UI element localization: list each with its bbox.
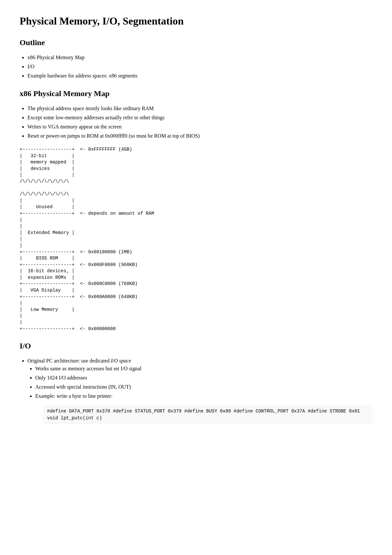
memory-bullet-3: Writes to VGA memory appear on the scree… xyxy=(27,123,372,131)
io-bullet-1: Original PC architecture: use dedicated … xyxy=(27,357,372,424)
memory-bullet-4: Reset or power-on jumps to ROM at 0x000f… xyxy=(27,132,372,140)
memory-bullet-2: Except some low-memory addresses actuall… xyxy=(27,114,372,122)
io-sub-bullet-4: Example: write a byte to line printer: xyxy=(35,392,372,400)
io-heading: I/O xyxy=(20,340,372,352)
memory-map-bullets: The physical address space mostly looks … xyxy=(27,105,372,140)
io-sub-bullet-2: Only 1024 I/O addresses xyxy=(35,374,372,382)
page-title: Physical Memory, I/O, Segmentation xyxy=(20,13,372,29)
outline-heading: Outline xyxy=(20,37,372,48)
io-bullets: Original PC architecture: use dedicated … xyxy=(27,357,372,424)
io-sub-bullet-3: Accessed with special instructions (IN, … xyxy=(35,383,372,391)
memory-bullet-1: The physical address space mostly looks … xyxy=(27,105,372,112)
io-code-block: #define DATA_PORT 0x378 #define STATUS_P… xyxy=(43,405,372,424)
io-bullet-text-before: Original PC architecture: use dedicated xyxy=(27,358,111,363)
memory-diagram: +------------------+ <- 0xFFFFFFFF (4GB)… xyxy=(20,146,372,332)
outline-section: Outline x86 Physical Memory Map I/O Exam… xyxy=(20,37,372,80)
io-sub-bullet-1: Works same as memory accesses but set I/… xyxy=(35,365,372,373)
outline-item-1: x86 Physical Memory Map xyxy=(27,54,372,61)
io-sub-bullets: Works same as memory accesses but set I/… xyxy=(35,365,372,400)
outline-list: x86 Physical Memory Map I/O Example hard… xyxy=(27,54,372,80)
memory-map-section: x86 Physical Memory Map The physical add… xyxy=(20,88,372,332)
outline-item-3: Example hardware for address spaces: x86… xyxy=(27,72,372,80)
io-bullet-italic: I/O space xyxy=(111,358,131,363)
io-section: I/O Original PC architecture: use dedica… xyxy=(20,340,372,424)
outline-item-2: I/O xyxy=(27,63,372,71)
memory-map-heading: x86 Physical Memory Map xyxy=(20,88,372,99)
